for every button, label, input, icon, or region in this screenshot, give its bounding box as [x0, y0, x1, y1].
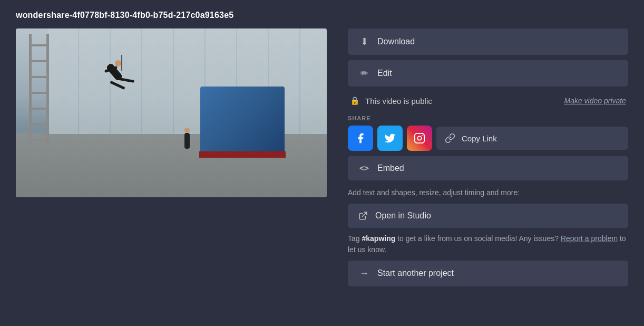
edit-icon: ✏ [358, 68, 370, 79]
studio-hint-text: Add text and shapes, resize, adjust timi… [348, 188, 628, 198]
download-label: Download [377, 37, 415, 46]
tag-text-before: Tag [348, 234, 362, 243]
edit-label: Edit [377, 69, 392, 78]
svg-point-1 [417, 136, 421, 140]
embed-label: Embed [377, 164, 404, 173]
gymnast-figure [100, 55, 142, 108]
share-label: SHARE [348, 115, 628, 121]
download-button[interactable]: ⬇ Download [348, 28, 628, 55]
main-content: ⬇ Download ✏ Edit 🔒 This video is public… [16, 28, 628, 286]
lock-icon: 🔒 [350, 96, 360, 106]
sidebar: ⬇ Download ✏ Edit 🔒 This video is public… [348, 28, 628, 286]
copy-link-label: Copy Link [462, 134, 497, 143]
instagram-button[interactable] [407, 126, 432, 151]
svg-point-2 [422, 135, 423, 136]
download-icon: ⬇ [358, 36, 370, 47]
make-private-link[interactable]: Make video private [564, 97, 626, 105]
privacy-status: 🔒 This video is public [350, 96, 432, 106]
share-row: Copy Link [348, 126, 628, 151]
privacy-row: 🔒 This video is public Make video privat… [348, 92, 628, 110]
embed-button[interactable]: <> Embed [348, 156, 628, 180]
start-project-button[interactable]: → Start another project [348, 261, 628, 286]
share-section: SHARE [348, 115, 628, 151]
facebook-button[interactable] [348, 126, 373, 151]
open-studio-button[interactable]: Open in Studio [348, 204, 628, 228]
page-title: wondershare-4f0778bf-8130-4fb0-b75d-217c… [16, 11, 628, 20]
twitter-button[interactable] [377, 126, 403, 151]
video-container [16, 28, 327, 197]
video-thumbnail[interactable] [16, 28, 327, 197]
open-external-icon [358, 211, 368, 220]
video-scene [16, 28, 327, 197]
svg-rect-0 [415, 133, 424, 143]
start-project-label: Start another project [377, 269, 454, 278]
privacy-status-label: This video is public [365, 97, 432, 106]
edit-button[interactable]: ✏ Edit [348, 60, 628, 87]
open-studio-label: Open in Studio [375, 211, 431, 220]
report-problem-link[interactable]: Report a problem [561, 234, 618, 243]
embed-icon: <> [358, 164, 370, 173]
copy-link-button[interactable]: Copy Link [436, 127, 628, 150]
arrow-right-icon: → [358, 268, 370, 279]
link-icon [445, 133, 455, 143]
instagram-icon [414, 132, 425, 144]
svg-line-3 [363, 212, 367, 216]
tag-section: Tag #kapwing to get a like from us on so… [348, 233, 628, 255]
facebook-icon [355, 132, 366, 144]
tag-bold: #kapwing [362, 234, 395, 243]
tag-text-after: to get a like from us on social media! A… [395, 234, 559, 243]
twitter-icon [384, 132, 396, 144]
